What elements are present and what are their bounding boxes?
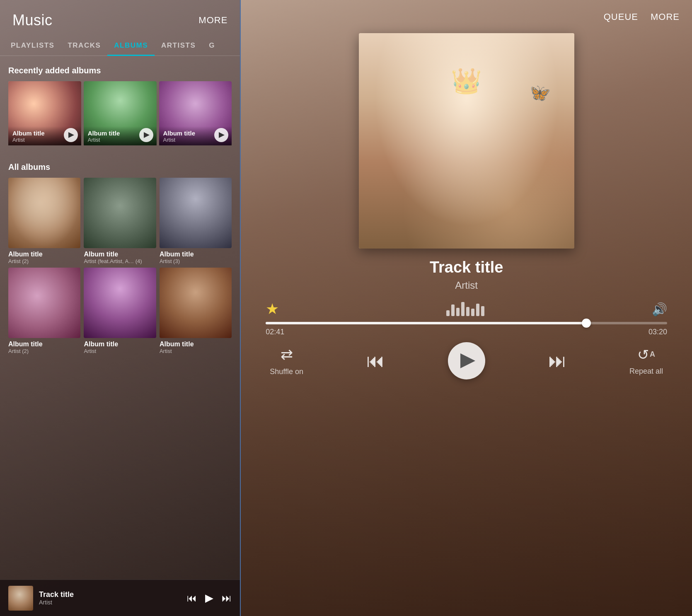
play-icon bbox=[68, 132, 74, 138]
tab-tracks[interactable]: TRACKS bbox=[61, 36, 107, 56]
play-icon bbox=[460, 353, 475, 368]
time-labels: 02:41 03:20 bbox=[266, 328, 667, 336]
vis-bar-3 bbox=[456, 308, 460, 316]
recently-added-grid: Album title Artist Album title Artist bbox=[8, 81, 232, 154]
mini-prev-button[interactable]: ⏮ bbox=[187, 592, 197, 604]
all-album-1-name: Album title bbox=[8, 251, 80, 258]
all-album-5-artist: Artist bbox=[84, 348, 156, 354]
mini-next-button[interactable]: ⏭ bbox=[222, 592, 232, 604]
recently-added-title: Recently added albums bbox=[8, 66, 232, 75]
repeat-label: Repeat all bbox=[629, 367, 663, 376]
progress-section: 02:41 03:20 bbox=[257, 322, 675, 336]
main-controls: ⇄ Shuffle on ⏮ ⏭ ↺ A Repeat all bbox=[257, 342, 675, 379]
album-art-large[interactable]: 🦋 bbox=[359, 33, 574, 249]
right-more-button[interactable]: MORE bbox=[651, 12, 680, 22]
tabs-bar: PLAYLISTS TRACKS ALBUMS ARTISTS G bbox=[0, 36, 240, 56]
time-current: 02:41 bbox=[266, 328, 284, 336]
all-album-3-artist: Artist (3) bbox=[160, 258, 232, 264]
mini-play-button[interactable]: ▶ bbox=[205, 592, 213, 604]
left-panel: Music MORE PLAYLISTS TRACKS ALBUMS ARTIS… bbox=[0, 0, 240, 616]
all-album-6[interactable]: Album title Artist bbox=[160, 268, 232, 354]
play-icon bbox=[219, 132, 225, 138]
track-title: Track title bbox=[430, 258, 503, 276]
vis-bar-7 bbox=[476, 304, 479, 316]
tab-albums[interactable]: ALBUMS bbox=[107, 36, 155, 56]
repeat-icon: ↺ A bbox=[637, 346, 655, 363]
right-content: 🦋 Track title Artist ★ 🔊 bbox=[241, 29, 692, 616]
vis-bar-2 bbox=[451, 304, 455, 316]
tab-artists[interactable]: ARTISTS bbox=[155, 36, 202, 56]
app-title: Music bbox=[12, 12, 53, 29]
progress-fill bbox=[266, 322, 587, 324]
playback-top-row: ★ 🔊 bbox=[257, 300, 675, 318]
all-albums-title: All albums bbox=[8, 162, 232, 172]
volume-button[interactable]: 🔊 bbox=[652, 302, 667, 316]
play-button[interactable] bbox=[448, 342, 485, 379]
all-album-2-name: Album title bbox=[84, 251, 156, 258]
all-album-1[interactable]: Album title Artist (2) bbox=[8, 178, 80, 264]
vis-bar-1 bbox=[446, 310, 450, 316]
shuffle-section[interactable]: ⇄ Shuffle on bbox=[270, 346, 303, 376]
tab-playlists[interactable]: PLAYLISTS bbox=[4, 36, 61, 56]
all-album-5-name: Album title bbox=[84, 341, 156, 348]
recent-album-2-play[interactable] bbox=[139, 128, 153, 142]
recent-album-1-play[interactable] bbox=[64, 128, 78, 142]
vis-bar-8 bbox=[481, 306, 484, 316]
all-album-1-artist: Artist (2) bbox=[8, 258, 80, 264]
left-scroll-area[interactable]: Recently added albums Album title Artist bbox=[0, 56, 240, 580]
all-album-4-name: Album title bbox=[8, 341, 80, 348]
mini-album-art bbox=[8, 586, 33, 611]
progress-bar[interactable] bbox=[266, 322, 667, 324]
progress-thumb[interactable] bbox=[582, 319, 591, 328]
all-albums-grid: Album title Artist (2) Album title Artis… bbox=[8, 178, 232, 354]
vis-bar-6 bbox=[471, 309, 474, 316]
favorite-button[interactable]: ★ bbox=[266, 300, 279, 318]
recent-album-3[interactable]: Album title Artist bbox=[159, 81, 232, 154]
track-info: Track title Artist bbox=[430, 258, 503, 291]
all-album-4[interactable]: Album title Artist (2) bbox=[8, 268, 80, 354]
vis-bar-5 bbox=[466, 307, 469, 316]
all-album-2[interactable]: Album title Artist (feat.Artist, A… (4) bbox=[84, 178, 156, 264]
next-button[interactable]: ⏭ bbox=[548, 350, 566, 371]
all-album-3-name: Album title bbox=[160, 251, 232, 258]
mini-player: Track title Artist ⏮ ▶ ⏭ bbox=[0, 580, 240, 616]
vis-bar-4 bbox=[461, 302, 465, 316]
play-icon bbox=[144, 132, 150, 138]
mini-controls: ⏮ ▶ ⏭ bbox=[187, 592, 232, 604]
recent-album-2[interactable]: Album title Artist bbox=[84, 81, 157, 154]
butterfly-decoration: 🦋 bbox=[526, 80, 552, 105]
all-album-2-artist: Artist (feat.Artist, A… (4) bbox=[84, 258, 156, 264]
queue-button[interactable]: QUEUE bbox=[604, 12, 638, 22]
visualizer-button[interactable] bbox=[446, 302, 484, 316]
right-panel: QUEUE MORE 🦋 Track title Artist ★ bbox=[241, 0, 692, 616]
mini-track-title: Track title bbox=[39, 590, 187, 599]
repeat-section[interactable]: ↺ A Repeat all bbox=[629, 346, 663, 376]
right-header: QUEUE MORE bbox=[241, 0, 692, 29]
time-total: 03:20 bbox=[648, 328, 667, 336]
left-more-button[interactable]: MORE bbox=[198, 15, 227, 26]
recent-album-1[interactable]: Album title Artist bbox=[8, 81, 81, 154]
all-album-5[interactable]: Album title Artist bbox=[84, 268, 156, 354]
all-album-3[interactable]: Album title Artist (3) bbox=[160, 178, 232, 264]
left-header: Music MORE bbox=[0, 0, 240, 36]
all-album-6-artist: Artist bbox=[160, 348, 232, 354]
track-artist: Artist bbox=[430, 280, 503, 291]
all-album-6-name: Album title bbox=[160, 341, 232, 348]
shuffle-label: Shuffle on bbox=[270, 367, 303, 376]
all-album-4-artist: Artist (2) bbox=[8, 348, 80, 354]
mini-track-info: Track title Artist bbox=[39, 590, 187, 606]
previous-button[interactable]: ⏮ bbox=[366, 350, 385, 371]
tab-g[interactable]: G bbox=[202, 36, 222, 56]
shuffle-icon: ⇄ bbox=[281, 346, 293, 363]
mini-track-artist: Artist bbox=[39, 599, 187, 606]
